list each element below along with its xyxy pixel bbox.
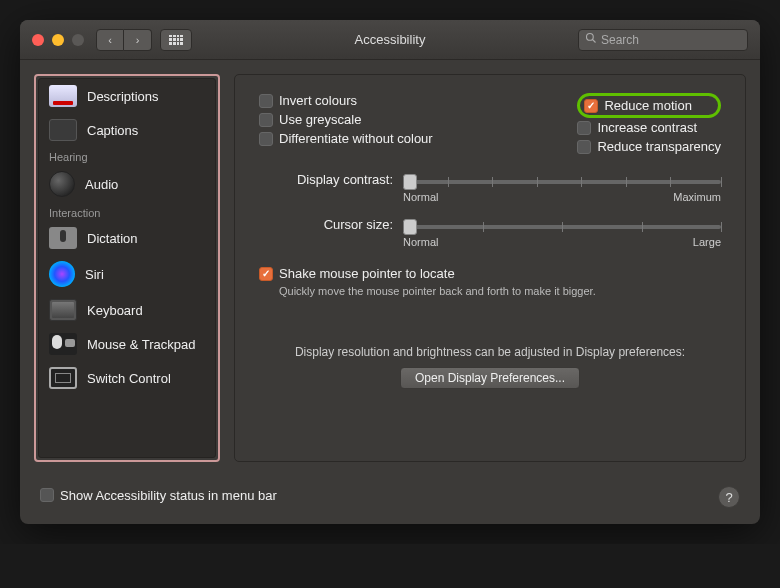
checkbox-unchecked[interactable]	[577, 140, 591, 154]
reduce-transparency-row[interactable]: Reduce transparency	[577, 139, 721, 154]
dictation-icon	[49, 227, 77, 249]
sidebar-item-siri[interactable]: Siri	[39, 255, 215, 293]
back-button[interactable]: ‹	[96, 29, 124, 51]
open-display-preferences-button[interactable]: Open Display Preferences...	[400, 367, 580, 389]
search-field[interactable]	[578, 29, 748, 51]
reduce-motion-highlight: Reduce motion	[577, 93, 721, 118]
slider-label: Display contrast:	[259, 172, 393, 187]
cursor-size-slider[interactable]	[403, 225, 721, 229]
sidebar-group-hearing: Hearing	[39, 147, 215, 165]
slider-label: Cursor size:	[259, 217, 393, 232]
checkbox-label: Use greyscale	[279, 112, 361, 127]
switch-control-icon	[49, 367, 77, 389]
sidebar-item-label: Siri	[85, 267, 104, 282]
checkbox-unchecked[interactable]	[259, 94, 273, 108]
window-body: Descriptions Captions Hearing Audio Inte…	[20, 60, 760, 476]
sidebar-item-dictation[interactable]: Dictation	[39, 221, 215, 255]
chevron-right-icon: ›	[136, 34, 140, 46]
sidebar-group-interaction: Interaction	[39, 203, 215, 221]
invert-colours-row[interactable]: Invert colours	[259, 93, 433, 108]
checkbox-unchecked[interactable]	[40, 488, 54, 502]
checkbox-label: Increase contrast	[597, 120, 697, 135]
nav-buttons: ‹ ›	[96, 29, 152, 51]
shake-pointer-row[interactable]: Shake mouse pointer to locate	[259, 266, 721, 281]
sidebar-item-label: Keyboard	[87, 303, 143, 318]
search-input[interactable]	[601, 33, 741, 47]
svg-point-0	[587, 34, 594, 41]
sidebar-highlight: Descriptions Captions Hearing Audio Inte…	[34, 74, 220, 462]
captions-icon	[49, 119, 77, 141]
shake-pointer-block: Shake mouse pointer to locate Quickly mo…	[259, 266, 721, 297]
sidebar[interactable]: Descriptions Captions Hearing Audio Inte…	[38, 78, 216, 458]
sidebar-item-mouse-trackpad[interactable]: Mouse & Trackpad	[39, 327, 215, 361]
sidebar-item-label: Mouse & Trackpad	[87, 337, 195, 352]
increase-contrast-row[interactable]: Increase contrast	[577, 120, 721, 135]
sidebar-item-label: Audio	[85, 177, 118, 192]
checkbox-unchecked[interactable]	[577, 121, 591, 135]
differentiate-colour-row[interactable]: Differentiate without colour	[259, 131, 433, 146]
chevron-left-icon: ‹	[108, 34, 112, 46]
grid-icon	[169, 35, 183, 45]
svg-line-1	[593, 40, 596, 43]
sidebar-item-label: Dictation	[87, 231, 138, 246]
sidebar-item-label: Switch Control	[87, 371, 171, 386]
sidebar-item-label: Captions	[87, 123, 138, 138]
descriptions-icon	[49, 85, 77, 107]
checkbox-label: Invert colours	[279, 93, 357, 108]
sidebar-item-audio[interactable]: Audio	[39, 165, 215, 203]
slider-min-label: Normal	[403, 191, 438, 203]
forward-button[interactable]: ›	[124, 29, 152, 51]
slider-max-label: Maximum	[673, 191, 721, 203]
checkbox-checked[interactable]	[259, 267, 273, 281]
display-preferences-note: Display resolution and brightness can be…	[259, 345, 721, 359]
titlebar: ‹ › Accessibility	[20, 20, 760, 60]
display-contrast-block: Display contrast: Normal Maximum	[259, 172, 721, 203]
show-all-button[interactable]	[160, 29, 192, 51]
traffic-lights	[32, 34, 84, 46]
window-title: Accessibility	[355, 32, 426, 47]
maximize-icon[interactable]	[72, 34, 84, 46]
search-icon	[585, 32, 597, 47]
siri-icon	[49, 261, 75, 287]
keyboard-icon	[49, 299, 77, 321]
mouse-icon	[49, 333, 77, 355]
cursor-size-block: Cursor size: Normal Large	[259, 217, 721, 248]
close-icon[interactable]	[32, 34, 44, 46]
sidebar-item-keyboard[interactable]: Keyboard	[39, 293, 215, 327]
help-button[interactable]: ?	[718, 486, 740, 508]
sidebar-item-switch-control[interactable]: Switch Control	[39, 361, 215, 395]
checkbox-label: Differentiate without colour	[279, 131, 433, 146]
checkbox-unchecked[interactable]	[259, 113, 273, 127]
slider-min-label: Normal	[403, 236, 438, 248]
checkbox-label: Shake mouse pointer to locate	[279, 266, 455, 281]
slider-max-label: Large	[693, 236, 721, 248]
sidebar-item-label: Descriptions	[87, 89, 159, 104]
sidebar-item-descriptions[interactable]: Descriptions	[39, 79, 215, 113]
show-status-menubar-row[interactable]: Show Accessibility status in menu bar	[40, 488, 277, 503]
use-greyscale-row[interactable]: Use greyscale	[259, 112, 433, 127]
audio-icon	[49, 171, 75, 197]
checkbox-checked[interactable]	[584, 99, 598, 113]
help-icon: ?	[725, 490, 732, 505]
reduce-motion-row[interactable]: Reduce motion	[584, 98, 691, 113]
main-pane: Invert colours Use greyscale Differentia…	[234, 74, 746, 462]
checkbox-label: Show Accessibility status in menu bar	[60, 488, 277, 503]
checkbox-label: Reduce motion	[604, 98, 691, 113]
minimize-icon[interactable]	[52, 34, 64, 46]
sidebar-item-captions[interactable]: Captions	[39, 113, 215, 147]
checkbox-label: Reduce transparency	[597, 139, 721, 154]
shake-pointer-hint: Quickly move the mouse pointer back and …	[279, 285, 721, 297]
checkbox-unchecked[interactable]	[259, 132, 273, 146]
accessibility-window: ‹ › Accessibility Des	[20, 20, 760, 524]
display-contrast-slider[interactable]	[403, 180, 721, 184]
footer: Show Accessibility status in menu bar ?	[20, 476, 760, 524]
